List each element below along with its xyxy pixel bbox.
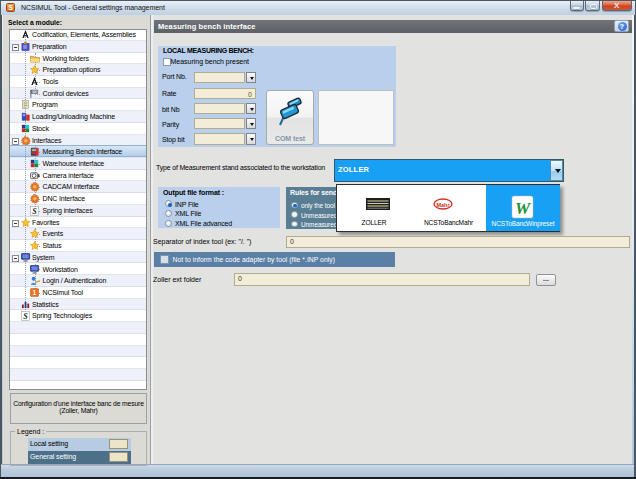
svg-text:S: S <box>23 312 28 321</box>
svg-text:Mahr: Mahr <box>436 202 450 208</box>
svg-text:W: W <box>515 199 532 218</box>
svg-text:S: S <box>32 207 37 216</box>
svg-text:1: 1 <box>32 289 36 296</box>
